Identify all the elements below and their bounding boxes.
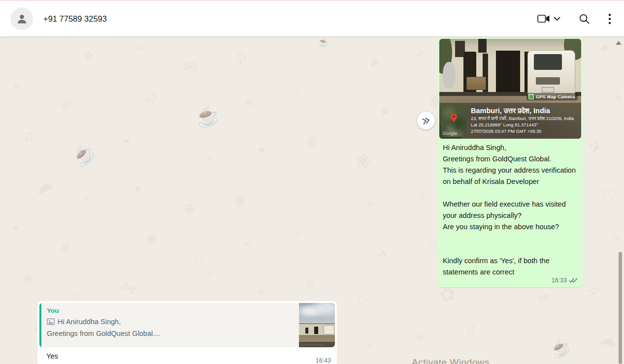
timestamp: 16:43 xyxy=(316,357,331,364)
map-thumbnail: Google xyxy=(441,105,467,137)
doodle-glyph: ❀ xyxy=(599,41,611,55)
chat-panel[interactable]: ♡✿✧✉♫☕☁♪✦❄❀✧✉♫☕☁♪✦❄❀◌✂♫☕☁♪✦❄❀◌✂☆✈☁♪✦❄❀◌✂… xyxy=(0,36,624,364)
message-meta: 16:33 xyxy=(552,277,578,284)
doodle-glyph: ♪ xyxy=(293,84,302,99)
doodle-glyph: ♡ xyxy=(351,291,374,316)
kebab-menu-icon xyxy=(608,13,611,25)
search-button[interactable] xyxy=(579,13,590,25)
doodle-glyph: ☁ xyxy=(365,53,382,70)
message-text: Hi Aniruddha Singh, Greetings from GoldQ… xyxy=(439,139,581,286)
doodle-glyph: ✿ xyxy=(84,50,94,63)
doodle-glyph: ✧ xyxy=(609,232,624,248)
photo-icon xyxy=(47,318,55,325)
doodle-glyph: ✦ xyxy=(255,142,268,159)
doodle-glyph: ❄ xyxy=(180,199,198,219)
quoted-message[interactable]: You Hi Aniruddha Singh, Greetings from G… xyxy=(39,303,335,347)
doodle-glyph: ☁ xyxy=(242,93,257,109)
whatsapp-window: +91 77589 32593 xyxy=(0,0,624,364)
search-icon xyxy=(579,13,590,25)
doodle-glyph: ☁ xyxy=(597,327,621,352)
doodle-glyph: ☕ xyxy=(317,36,329,49)
bench xyxy=(466,77,486,90)
person-icon xyxy=(15,12,29,26)
doodle-glyph: ✉ xyxy=(538,291,550,306)
doodle-glyph: ♪ xyxy=(203,153,215,166)
quote-line1: Hi Aniruddha Singh, xyxy=(58,316,121,328)
gps-app-icon xyxy=(528,94,534,99)
doodle-glyph: ❀ xyxy=(354,149,373,173)
activate-windows-watermark: Activate Windows xyxy=(412,357,490,364)
incoming-message[interactable]: You Hi Aniruddha Singh, Greetings from G… xyxy=(37,301,337,364)
attachment-image[interactable]: GPS Map Camera Google Bamburi, उत्तर प्र… xyxy=(439,39,581,139)
doodle-glyph: ☆ xyxy=(204,267,216,280)
doodle-glyph: ✂ xyxy=(242,237,254,249)
quote-line2: Greetings from GoldQuest Global.... xyxy=(47,328,293,339)
doodle-glyph: ○ xyxy=(303,274,316,292)
message-text: Yes xyxy=(46,352,58,360)
doodle-glyph: ✦ xyxy=(375,101,394,122)
quote-author: You xyxy=(47,307,293,314)
doodle-glyph: ✉ xyxy=(413,330,428,345)
gps-overlay: Google Bamburi, उत्तर प्रदेश, India 23, … xyxy=(439,103,581,139)
video-camera-icon xyxy=(537,14,550,24)
doodle-glyph: ♪ xyxy=(415,44,426,61)
map-pin-icon xyxy=(451,114,457,122)
doodle-glyph: ✈ xyxy=(586,136,605,159)
doodle-glyph: ☁ xyxy=(122,135,131,146)
doodle-glyph: ✉ xyxy=(183,57,198,77)
doodle-glyph: ♡ xyxy=(599,185,619,209)
doodle-glyph: ✧ xyxy=(365,341,374,352)
doodle-glyph: ☆ xyxy=(293,227,304,241)
doodle-glyph: ☕ xyxy=(547,335,573,362)
doodle-glyph: ❀ xyxy=(230,189,249,212)
header-actions xyxy=(537,13,611,25)
contact-name[interactable]: +91 77589 32593 xyxy=(43,14,107,24)
scrollbar-thumb[interactable] xyxy=(619,252,622,364)
quoted-image-thumbnail xyxy=(299,303,335,347)
doodle-glyph: ◌ xyxy=(312,179,333,203)
doodle-glyph: ❄ xyxy=(301,130,323,153)
timestamp: 16:33 xyxy=(552,277,567,284)
gps-address: 23, बगल में पानी टंकी, Bamburi, उत्तर प्… xyxy=(471,116,574,122)
doodle-glyph: ✧ xyxy=(9,78,23,94)
scroll-up-arrow[interactable] xyxy=(616,41,622,45)
menu-button[interactable] xyxy=(608,13,611,25)
doodle-glyph: ☕ xyxy=(192,102,222,131)
gps-location-title: Bamburi, उत्तर प्रदेश, India xyxy=(471,106,574,116)
doodle-glyph: ♫ xyxy=(23,127,34,145)
forward-icon xyxy=(420,115,432,126)
doodle-glyph: ✧ xyxy=(130,38,149,57)
doodle-glyph: ❀ xyxy=(140,228,162,250)
doodle-glyph: ❄ xyxy=(61,241,71,256)
gps-badge-label: GPS Map Camera xyxy=(536,94,575,99)
outgoing-message[interactable]: GPS Map Camera Google Bamburi, उत्तर प्र… xyxy=(438,37,583,287)
window-top-border xyxy=(0,0,624,1)
doodle-glyph: ○ xyxy=(426,235,439,254)
doodle-glyph: ◌ xyxy=(194,248,206,269)
doodle-glyph: ✈ xyxy=(253,284,268,301)
doodle-glyph: ♪ xyxy=(82,192,90,204)
doodle-glyph: ❀ xyxy=(20,269,36,288)
forward-button[interactable] xyxy=(417,112,435,129)
doodle-glyph: ☁ xyxy=(31,172,57,199)
gps-coordinates: Lat 25.218999° Long 81.371443° xyxy=(471,122,574,128)
avatar[interactable] xyxy=(10,7,33,30)
doodle-glyph: ✦ xyxy=(8,221,22,236)
doodle-glyph: ♫ xyxy=(142,85,162,108)
gps-datetime: 27/07/2025 03:47 PM GMT +05:30 xyxy=(471,128,574,135)
video-call-button[interactable] xyxy=(537,14,560,24)
doodle-glyph: ♫ xyxy=(464,320,478,337)
gps-map-camera-badge: GPS Map Camera xyxy=(526,93,578,100)
doodle-glyph: ☕ xyxy=(68,140,99,170)
doodle-glyph: ✦ xyxy=(131,181,145,197)
google-logo: Google xyxy=(443,131,457,136)
doodle-glyph: ♡ xyxy=(0,36,10,43)
doodle-glyph: ♫ xyxy=(585,279,604,300)
doodle-glyph: ✈ xyxy=(375,244,393,263)
doodle-glyph: ☆ xyxy=(414,186,431,204)
doodle-glyph: ✉ xyxy=(59,96,76,116)
chevron-down-icon xyxy=(554,17,560,21)
doodle-glyph: ✂ xyxy=(118,275,141,302)
delivered-double-check-icon xyxy=(569,277,578,283)
doodle-glyph: ♫ xyxy=(229,45,252,70)
